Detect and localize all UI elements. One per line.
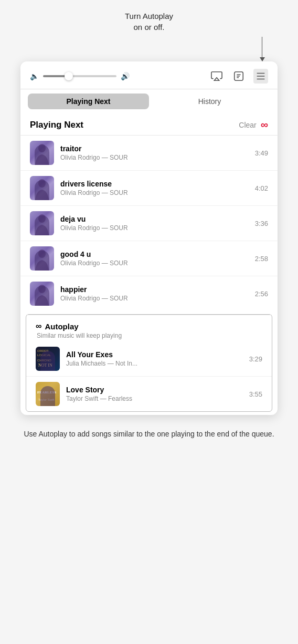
- track-duration: 4:02: [255, 184, 268, 192]
- track-item[interactable]: traitorOlivia Rodrigo — SOUR3:49: [20, 136, 278, 171]
- track-name: good 4 u: [60, 250, 249, 258]
- tab-history[interactable]: History: [149, 94, 270, 109]
- track-name: deja vu: [60, 215, 249, 223]
- bottom-note: Use Autoplay to add songs similar to the…: [0, 420, 298, 448]
- queue-button[interactable]: [253, 69, 268, 84]
- track-thumbnail: FEARLESS Taylor Swift: [36, 382, 60, 406]
- tabs-row: Playing Next History: [20, 89, 278, 113]
- track-thumbnail: NOT IN CHRONO LOGICAL ORDER: [36, 347, 60, 371]
- volume-max-icon: 🔊: [121, 72, 130, 80]
- track-item[interactable]: good 4 uOlivia Rodrigo — SOUR2:58: [20, 241, 278, 276]
- svg-text:NOT IN: NOT IN: [38, 363, 52, 368]
- track-artist: Olivia Rodrigo — SOUR: [60, 259, 249, 267]
- section-actions: Clear ∞: [239, 119, 268, 131]
- track-info: traitorOlivia Rodrigo — SOUR: [60, 144, 249, 161]
- autoplay-toggle-icon[interactable]: ∞: [261, 119, 268, 131]
- track-list: traitorOlivia Rodrigo — SOUR3:49 drivers…: [20, 136, 278, 311]
- svg-text:Taylor Swift: Taylor Swift: [38, 398, 55, 401]
- volume-min-icon: 🔈: [30, 72, 39, 80]
- svg-marker-0: [214, 78, 219, 81]
- track-name: Love Story: [66, 386, 243, 394]
- track-item[interactable]: happierOlivia Rodrigo — SOUR2:56: [20, 276, 278, 311]
- track-duration: 2:58: [255, 255, 268, 263]
- track-artist: Julia Michaels — Not In...: [66, 360, 243, 367]
- track-duration: 2:56: [255, 290, 268, 298]
- lyrics-button[interactable]: [231, 69, 246, 84]
- track-artist: Taylor Swift — Fearless: [66, 395, 243, 402]
- track-info: drivers licenseOlivia Rodrigo — SOUR: [60, 180, 249, 196]
- track-thumbnail: [30, 141, 54, 165]
- track-info: Love StoryTaylor Swift — Fearless: [66, 386, 243, 402]
- track-name: happier: [60, 285, 249, 294]
- clear-button[interactable]: Clear: [239, 121, 256, 129]
- section-title: Playing Next: [30, 120, 83, 130]
- track-info: good 4 uOlivia Rodrigo — SOUR: [60, 250, 249, 267]
- track-duration: 3:36: [255, 220, 268, 227]
- autoplay-infinity-icon: ∞: [36, 321, 41, 331]
- track-item[interactable]: drivers licenseOlivia Rodrigo — SOUR4:02: [20, 171, 278, 206]
- track-artist: Olivia Rodrigo — SOUR: [60, 189, 249, 196]
- track-thumbnail: [30, 211, 54, 235]
- track-name: All Your Exes: [66, 350, 243, 359]
- svg-point-14: [38, 285, 46, 293]
- track-item[interactable]: NOT IN CHRONO LOGICAL ORDER All Your Exe…: [26, 341, 272, 377]
- autoplay-section: ∞ Autoplay Similar music will keep playi…: [26, 314, 272, 412]
- track-item[interactable]: deja vuOlivia Rodrigo — SOUR3:36: [20, 206, 278, 241]
- volume-slider[interactable]: [43, 75, 116, 77]
- svg-text:CHRONO: CHRONO: [37, 359, 51, 362]
- svg-point-10: [38, 214, 46, 223]
- airplay-button[interactable]: [209, 69, 224, 84]
- track-artist: Olivia Rodrigo — SOUR: [60, 295, 249, 302]
- autoplay-track-list: NOT IN CHRONO LOGICAL ORDER All Your Exe…: [26, 341, 272, 411]
- track-thumbnail: [30, 246, 54, 271]
- autoplay-subtitle: Similar music will keep playing: [36, 332, 122, 339]
- tooltip-area: Turn Autoplay on or off.: [0, 0, 298, 33]
- track-duration: 3:55: [249, 390, 262, 398]
- autoplay-title: Autoplay: [45, 322, 78, 331]
- volume-control[interactable]: 🔈 🔊: [30, 72, 209, 80]
- autoplay-header: ∞ Autoplay Similar music will keep playi…: [26, 315, 272, 341]
- track-thumbnail: [30, 176, 54, 200]
- track-artist: Olivia Rodrigo — SOUR: [60, 154, 249, 161]
- track-duration: 3:29: [249, 355, 262, 363]
- right-icon-group: [209, 69, 268, 84]
- track-name: drivers license: [60, 180, 249, 188]
- track-info: All Your ExesJulia Michaels — Not In...: [66, 350, 243, 367]
- track-duration: 3:49: [255, 149, 268, 157]
- track-item[interactable]: FEARLESS Taylor Swift Love StoryTaylor S…: [26, 377, 272, 411]
- track-info: happierOlivia Rodrigo — SOUR: [60, 285, 249, 302]
- tab-playing-next[interactable]: Playing Next: [28, 94, 149, 109]
- svg-text:ORDER: ORDER: [37, 349, 49, 352]
- track-thumbnail: [30, 282, 54, 306]
- top-controls: 🔈 🔊: [20, 61, 278, 89]
- svg-point-12: [38, 250, 46, 258]
- svg-point-8: [38, 179, 46, 188]
- autoplay-title-row: ∞ Autoplay: [36, 321, 122, 331]
- music-queue-panel: 🔈 🔊: [20, 61, 278, 415]
- track-artist: Olivia Rodrigo — SOUR: [60, 224, 249, 232]
- volume-thumb[interactable]: [65, 72, 73, 80]
- autoplay-label-area: ∞ Autoplay Similar music will keep playi…: [36, 321, 122, 339]
- svg-text:FEARLESS: FEARLESS: [37, 390, 56, 394]
- tooltip-text: Turn Autoplay on or off.: [125, 12, 173, 32]
- track-name: traitor: [60, 144, 249, 153]
- section-header: Playing Next Clear ∞: [20, 113, 278, 136]
- track-info: deja vuOlivia Rodrigo — SOUR: [60, 215, 249, 232]
- svg-text:LOGICAL: LOGICAL: [37, 354, 51, 357]
- svg-point-6: [38, 144, 46, 152]
